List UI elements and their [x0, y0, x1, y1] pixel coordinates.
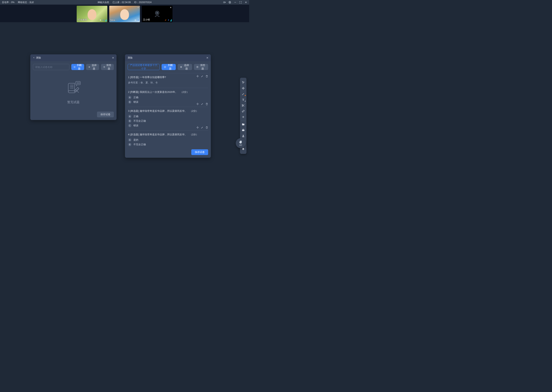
save-paper-button[interactable]: 保存试卷	[191, 149, 208, 155]
panel-close-icon[interactable]: ✕	[112, 56, 114, 59]
svg-rect-10	[106, 19, 107, 21]
svg-point-42	[242, 106, 243, 106]
video-tile[interactable]: ✕ Nina	[109, 6, 140, 22]
svg-rect-19	[170, 21, 171, 21]
camera-off-icon	[153, 10, 161, 18]
short-answer-button[interactable]: 简答题	[101, 64, 114, 70]
move-icon[interactable]	[196, 126, 199, 129]
delete-icon[interactable]	[205, 103, 208, 105]
svg-point-41	[242, 105, 243, 105]
paper-name-display[interactable]: 产品说试卷名称最多十六个字	[128, 64, 160, 70]
question-title: 2 [判断题] 我国宪法上一次更新是在2020年。 （2分）	[128, 90, 208, 94]
option-badge: B	[128, 143, 131, 146]
gear-icon[interactable]	[228, 1, 231, 4]
user-tool-icon[interactable]	[240, 133, 247, 139]
empty-text: 暂无试题	[67, 100, 80, 104]
judge-question-button[interactable]: 判断题	[71, 64, 84, 70]
question-item: 3 [单选题] 施华洛世奇是反华品牌，所以梁鼎琪反华。 （2分）A正确B不完全正…	[128, 107, 208, 130]
back-icon[interactable]	[33, 56, 35, 59]
quiz-panel-empty: 测验 ✕ 判断题 选择题 简答题	[30, 54, 116, 120]
elapsed-time: 已上课：02:34:09	[113, 1, 131, 4]
network-status: 网络状态：良好	[18, 1, 34, 4]
svg-point-24	[89, 67, 89, 67]
question-title: 3 [单选题] 施华洛世奇是反华品牌，所以梁鼎琪反华。 （2分）	[128, 109, 208, 113]
eraser-tool-icon[interactable]	[240, 108, 247, 114]
toolbox-tool-icon[interactable]	[240, 127, 247, 133]
signal-icon	[105, 19, 107, 21]
svg-rect-22	[74, 66, 75, 68]
choice-question-button[interactable]: 选择题	[178, 64, 192, 70]
svg-point-6	[100, 20, 101, 20]
svg-point-15	[156, 12, 158, 14]
status-bar: 丢包率：0% 网络状态：良好 神秘大自然 已上课：02:34:09 ID：202…	[0, 0, 249, 5]
question-option[interactable]: B不完全正确	[128, 119, 208, 123]
question-option[interactable]: B不完全正确	[128, 143, 208, 146]
question-actions	[196, 75, 208, 77]
choice-question-button[interactable]: 选择题	[86, 64, 99, 70]
video-tile[interactable]: 叮当老师	[77, 6, 107, 22]
room-id: ID：2020070324	[134, 1, 152, 4]
svg-rect-21	[171, 19, 172, 21]
question-option[interactable]: B错误	[128, 100, 208, 104]
laser-tool-icon[interactable]	[240, 114, 247, 120]
panel-close-icon[interactable]: ✕	[206, 56, 209, 59]
mic-on-icon	[137, 19, 139, 21]
svg-rect-9	[106, 20, 106, 21]
question-option[interactable]: A正确	[128, 115, 208, 118]
svg-point-37	[181, 67, 181, 67]
svg-point-32	[77, 83, 77, 84]
panel-title: 测验	[36, 56, 41, 60]
save-paper-button[interactable]: 保存试卷	[97, 112, 114, 117]
delete-icon[interactable]	[205, 126, 208, 129]
scissors-tool-icon[interactable]	[240, 103, 247, 108]
move-icon[interactable]	[196, 103, 199, 105]
judge-question-button[interactable]: 判断题	[162, 64, 176, 70]
delete-icon[interactable]	[205, 75, 208, 77]
folder-tool-icon[interactable]	[240, 122, 247, 127]
video-tile[interactable]: ✕ 王小明	[142, 6, 173, 22]
packet-loss: 丢包率：0%	[2, 1, 14, 4]
svg-point-45	[243, 135, 244, 136]
camera-toggle-icon[interactable]	[223, 1, 226, 4]
question-option[interactable]: A正确	[128, 96, 208, 99]
question-item: 1 [简答题] 一年四季分别是哪四季?参考答案：春、夏、秋、冬	[128, 73, 208, 88]
close-icon[interactable]	[245, 1, 247, 4]
svg-rect-20	[171, 20, 171, 21]
tile-close-icon[interactable]: ✕	[170, 6, 172, 9]
move-icon[interactable]	[196, 75, 199, 77]
svg-rect-0	[224, 2, 225, 3]
short-answer-button[interactable]: 简答题	[194, 64, 208, 70]
panel-title: 测验	[128, 56, 133, 60]
empty-illustration-icon	[64, 79, 83, 97]
cursor-tool-icon[interactable]	[240, 80, 247, 85]
minimize-icon[interactable]	[234, 1, 237, 4]
edit-icon[interactable]	[201, 103, 203, 105]
room-title: 神秘大自然	[98, 1, 109, 4]
svg-point-12	[135, 20, 136, 20]
fullscreen-icon[interactable]	[239, 1, 242, 4]
text-tool-icon[interactable]: T	[240, 97, 247, 103]
svg-point-34	[79, 83, 80, 84]
question-item: 4 [多选题] 施华洛世奇是反华品牌，所以梁鼎琪反华。 （2分）A是的B不完全正…	[128, 130, 208, 147]
paper-name-input[interactable]	[33, 64, 69, 70]
mic-on-icon	[102, 19, 104, 21]
question-title: 1 [简答题] 一年四季分别是哪四季?	[128, 76, 208, 79]
svg-rect-7	[103, 19, 104, 20]
question-option[interactable]: A是的	[128, 138, 208, 142]
camera-on-icon	[99, 19, 102, 21]
participant-name: 叮当老师	[78, 18, 87, 21]
tile-close-icon[interactable]: ✕	[137, 6, 139, 9]
svg-rect-8	[105, 21, 105, 21]
edit-icon[interactable]	[201, 75, 203, 77]
question-option[interactable]: C错误	[128, 124, 208, 127]
svg-rect-35	[164, 66, 166, 68]
edit-icon[interactable]	[201, 126, 203, 129]
hand-raise-badge[interactable]: 0/2	[236, 138, 246, 148]
svg-line-17	[165, 19, 166, 21]
move-tool-icon[interactable]	[240, 85, 247, 91]
svg-point-1	[229, 2, 230, 3]
mic-on-icon	[167, 19, 169, 21]
option-badge: B	[128, 119, 131, 123]
pen-tool-icon[interactable]	[240, 91, 247, 97]
option-badge: A	[128, 96, 131, 99]
